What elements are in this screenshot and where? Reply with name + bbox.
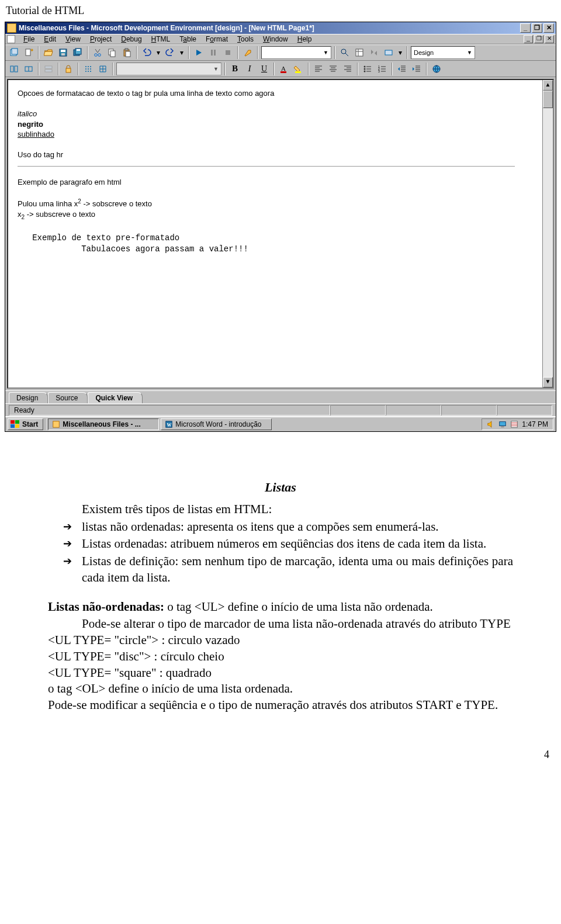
menu-format[interactable]: Format (201, 34, 233, 44)
ed-hr (18, 166, 515, 167)
undo-icon[interactable] (140, 46, 153, 59)
vertical-scrollbar[interactable]: ▲ ▼ (542, 80, 553, 387)
save-all-icon[interactable] (71, 46, 84, 59)
redo-icon[interactable] (164, 46, 176, 59)
lock-icon[interactable] (62, 63, 75, 75)
tab-design[interactable]: Design (9, 392, 48, 403)
breakpoint-icon[interactable] (241, 46, 254, 59)
menu-view[interactable]: View (61, 34, 85, 44)
outdent-icon[interactable] (396, 63, 408, 75)
svg-rect-18 (214, 50, 216, 56)
scroll-down-icon[interactable]: ▼ (543, 377, 553, 387)
menu-html[interactable]: HTML (147, 34, 175, 44)
mdi-close-button[interactable]: ✕ (545, 35, 554, 43)
open-icon[interactable] (42, 46, 55, 59)
start-button[interactable]: Start (8, 418, 43, 430)
toggle-icon[interactable] (382, 46, 395, 59)
tray-task-icon[interactable] (510, 420, 518, 428)
svg-text:3: 3 (378, 70, 380, 73)
italic-button[interactable]: I (243, 63, 256, 75)
tab-source[interactable]: Source (48, 392, 88, 403)
svg-rect-40 (295, 71, 301, 73)
page-number: 4 (0, 731, 561, 767)
tray-volume-icon[interactable] (487, 420, 495, 428)
copy-icon[interactable] (106, 46, 119, 59)
save-icon[interactable] (57, 46, 70, 59)
svg-rect-22 (385, 50, 392, 55)
taskbar-app-ide[interactable]: Miscellaneous Files - ... (48, 418, 159, 430)
minimize-button[interactable]: _ (520, 23, 531, 33)
svg-point-37 (90, 71, 91, 72)
status-text: Ready (9, 405, 330, 416)
split-cell-icon[interactable] (22, 63, 35, 75)
menu-window[interactable]: Window (258, 34, 293, 44)
number-list-icon[interactable]: 123 (376, 63, 389, 75)
properties-icon[interactable] (353, 46, 366, 59)
backcolor-icon[interactable] (292, 63, 305, 75)
menu-help[interactable]: Help (293, 34, 317, 44)
svg-rect-15 (126, 51, 130, 57)
bold-button[interactable]: B (228, 63, 241, 75)
insert-row-icon[interactable] (42, 63, 55, 75)
svg-rect-24 (15, 66, 18, 72)
ol-line2: Pode-se modificar a seqüência e o tipo d… (48, 697, 513, 714)
titlebar: Miscellaneous Files - Microsoft Developm… (5, 22, 556, 34)
menu-edit[interactable]: Edit (39, 34, 61, 44)
svg-rect-16 (125, 49, 128, 50)
svg-point-34 (90, 68, 91, 70)
paste-icon[interactable] (120, 46, 133, 59)
pause-icon[interactable] (207, 46, 220, 59)
svg-rect-13 (110, 51, 115, 57)
mdi-minimize-button[interactable]: _ (524, 35, 533, 43)
taskbar-app-word[interactable]: W Microsoft Word - introdução (161, 418, 272, 430)
tab-quickview[interactable]: Quick View (88, 392, 143, 403)
menu-tools[interactable]: Tools (233, 34, 258, 44)
align-left-icon[interactable] (312, 63, 325, 75)
system-tray: 1:47 PM (482, 418, 553, 430)
cut-icon[interactable] (91, 46, 104, 59)
find-icon[interactable] (338, 46, 351, 59)
align-table-icon[interactable] (8, 63, 20, 75)
find-dropdown[interactable]: ▼ (261, 46, 331, 59)
style-dropdown[interactable]: ▼ (116, 63, 221, 75)
underline-button[interactable]: U (258, 63, 271, 75)
new-project-icon[interactable] (8, 46, 20, 59)
stop-icon[interactable] (221, 46, 234, 59)
svg-rect-27 (45, 70, 52, 72)
svg-rect-26 (45, 66, 52, 68)
toolbox-icon[interactable] (368, 46, 380, 59)
view-mode-dropdown[interactable]: Design ▼ (411, 46, 475, 59)
align-center-icon[interactable] (327, 63, 340, 75)
taskbar: Start Miscellaneous Files - ... W Micros… (5, 416, 556, 431)
align-right-icon[interactable] (341, 63, 354, 75)
link-icon[interactable] (430, 63, 443, 75)
scroll-up-icon[interactable]: ▲ (543, 80, 553, 91)
scroll-thumb[interactable] (543, 91, 553, 108)
svg-point-32 (85, 68, 86, 70)
windows-logo-icon (11, 420, 20, 428)
bullet-list-icon[interactable] (361, 63, 374, 75)
start-icon[interactable] (192, 46, 205, 59)
undo-drop-icon[interactable]: ▾ (155, 46, 162, 59)
indent-icon[interactable] (410, 63, 423, 75)
svg-point-29 (85, 66, 86, 67)
svg-rect-19 (226, 50, 230, 55)
editor-viewport[interactable]: Opcoes de formatacao de texto o tag br p… (7, 79, 554, 389)
tray-display-icon[interactable] (498, 420, 507, 428)
grid-icon[interactable] (96, 63, 109, 75)
menu-project[interactable]: Project (85, 34, 116, 44)
snap-grid-icon[interactable] (82, 63, 95, 75)
menu-debug[interactable]: Debug (116, 34, 146, 44)
toggle-drop-icon[interactable]: ▾ (397, 46, 404, 59)
ed-sub-line: x2 -> subscreve o texto (18, 209, 541, 221)
svg-point-35 (85, 71, 86, 72)
mdi-restore-button[interactable]: ❐ (534, 35, 543, 43)
redo-drop-icon[interactable]: ▾ (178, 46, 185, 59)
add-item-icon[interactable]: ✦ (22, 46, 35, 59)
close-button[interactable]: ✕ (543, 23, 554, 33)
menu-file[interactable]: File (19, 34, 39, 44)
svg-point-36 (88, 71, 89, 72)
forecolor-icon[interactable]: A (278, 63, 290, 75)
maximize-button[interactable]: ❐ (532, 23, 542, 33)
menu-table[interactable]: Table (175, 34, 201, 44)
